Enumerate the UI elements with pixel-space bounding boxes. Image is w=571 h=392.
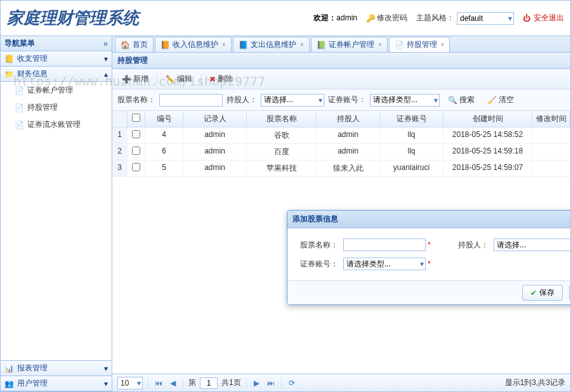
chevron-down-icon: ▾ (508, 14, 512, 23)
select-all-checkbox[interactable] (132, 114, 140, 122)
row-checkbox[interactable] (132, 163, 140, 171)
collapse-left-icon[interactable]: « (103, 39, 108, 48)
table-row[interactable]: 35admin苹果科技猿来入此yuanlairuci2018-05-25 14:… (112, 160, 570, 177)
prev-page-button[interactable]: ◀ (167, 378, 178, 388)
cell-id: 5 (145, 160, 183, 176)
separator (157, 74, 157, 84)
search-icon: 🔍 (448, 96, 457, 105)
page-icon: 📄 (15, 121, 24, 129)
close-icon[interactable]: × (222, 41, 226, 48)
accordion-finance-info[interactable]: 📁财务信息 ▴ (1, 67, 112, 82)
checkbox-cell[interactable] (128, 160, 145, 176)
table-row[interactable]: 26admin百度adminllq2018-05-25 14:59:18 (112, 144, 570, 160)
close-icon[interactable]: × (441, 41, 445, 48)
theme-selector: 主题风格： default ▾ (416, 12, 514, 25)
save-button[interactable]: ✔保存 (522, 285, 563, 301)
row-checkbox[interactable] (132, 147, 140, 155)
users-icon: 👥 (4, 379, 14, 388)
chevron-down-icon: ▾ (137, 379, 141, 388)
sidebar: 导航菜单 « 📒收支管理 ▾ 📁财务信息 ▴ 📄证券帐户管理 📄持股管理 📄证券… (1, 36, 112, 391)
next-page-button[interactable]: ▶ (252, 378, 262, 388)
dlg-account-label: 证券账号： (300, 259, 338, 270)
folder-icon: 📁 (4, 70, 14, 79)
data-grid: 编号 记录人 股票名称 持股人 证券账号 创建时间 修改时间 14admin谷歌… (112, 111, 570, 177)
col-account[interactable]: 证券账号 (380, 111, 443, 127)
col-holder[interactable]: 持股人 (317, 111, 380, 127)
theme-combo[interactable]: default ▾ (457, 12, 514, 25)
logout-link[interactable]: ⏻ 安全退出 (523, 13, 564, 23)
tree-item-securities-flow[interactable]: 📄证券流水账管理 (1, 116, 112, 133)
chevron-down-icon: ▾ (318, 96, 322, 105)
row-checkbox[interactable] (132, 130, 140, 138)
tab-bar: 🏠首页 📙收入信息维护× 📘支出信息维护× 📗证券帐户管理× 📄持股管理× (112, 36, 570, 53)
tab-home[interactable]: 🏠首页 (115, 37, 154, 52)
col-stock-name[interactable]: 股票名称 (247, 111, 317, 127)
checkbox-cell[interactable] (128, 127, 145, 143)
search-button[interactable]: 🔍搜索 (443, 93, 479, 107)
cell-recorder: admin (183, 127, 247, 143)
power-icon: ⏻ (523, 14, 532, 23)
rownum-cell: 3 (112, 160, 128, 176)
stock-name-input[interactable] (159, 94, 223, 107)
checkbox-cell[interactable] (128, 144, 145, 160)
dlg-holder-label: 持股人： (458, 240, 489, 251)
close-icon[interactable]: × (378, 41, 382, 48)
tab-income[interactable]: 📙收入信息维护× (155, 37, 232, 52)
tree-item-holdings[interactable]: 📄持股管理 (1, 99, 112, 116)
clear-button[interactable]: 🧹清空 (483, 93, 518, 107)
cell-account: llq (380, 127, 443, 143)
broom-icon: 🧹 (487, 96, 497, 105)
sidebar-title[interactable]: 导航菜单 « (1, 36, 112, 51)
grid-header: 编号 记录人 股票名称 持股人 证券账号 创建时间 修改时间 (112, 111, 570, 127)
account-combo[interactable]: 请选择类型...▾ (370, 94, 440, 107)
cell-ctime: 2018-05-25 14:59:07 (443, 160, 532, 176)
holder-combo[interactable]: 请选择...▾ (261, 94, 324, 107)
dlg-stock-name-input[interactable] (343, 238, 426, 251)
dlg-account-combo[interactable]: 请选择类型...▾ (343, 258, 426, 270)
tab-holdings[interactable]: 📄持股管理× (389, 37, 450, 52)
chevron-down-icon: ▾ (434, 96, 438, 105)
refresh-button[interactable]: ⟳ (287, 378, 297, 388)
key-icon: 🔑 (366, 14, 375, 23)
tab-expense[interactable]: 📘支出信息维护× (233, 37, 310, 52)
page-icon: 📄 (15, 86, 24, 95)
table-row[interactable]: 14admin谷歌adminllq2018-05-25 14:58:52 (112, 127, 570, 144)
expand-icon: ▾ (104, 364, 108, 373)
file-icon: 📗 (317, 41, 326, 49)
cell-ctime: 2018-05-25 14:59:18 (443, 144, 532, 160)
dlg-holder-combo[interactable]: 请选择...▾ (494, 238, 571, 251)
checkbox-header[interactable] (128, 111, 145, 127)
page-input[interactable] (200, 377, 218, 389)
toolbar: ➕新增 ✏️编辑 ✖删除 (112, 69, 570, 89)
col-recorder[interactable]: 记录人 (183, 111, 247, 127)
change-password-link[interactable]: 🔑 修改密码 (366, 13, 407, 23)
cell-stock: 苹果科技 (247, 160, 317, 176)
file-icon: 📙 (161, 41, 170, 49)
dialog-title[interactable]: 添加股票信息 ✕ (287, 211, 571, 228)
rownum-header (112, 111, 128, 127)
page-size-combo[interactable]: 10▾ (117, 377, 143, 389)
welcome-text: 欢迎：admin (313, 13, 357, 23)
page-icon: 📄 (15, 103, 24, 112)
add-button[interactable]: ➕新增 (117, 72, 153, 86)
required-mark: * (428, 259, 431, 268)
cell-recorder: admin (183, 144, 247, 160)
accordion-users[interactable]: 👥用户管理 ▾ (1, 376, 112, 391)
col-id[interactable]: 编号 (145, 111, 183, 127)
rownum-cell: 2 (112, 144, 128, 160)
close-icon[interactable]: × (300, 41, 304, 48)
col-mtime[interactable]: 修改时间 (532, 111, 570, 127)
tree-item-securities-account[interactable]: 📄证券帐户管理 (1, 82, 112, 99)
first-page-button[interactable]: ⏮ (154, 378, 164, 388)
last-page-button[interactable]: ⏭ (266, 378, 276, 388)
required-mark: * (428, 240, 431, 249)
trash-icon: ✖ (209, 75, 216, 84)
tab-securities-account[interactable]: 📗证券帐户管理× (311, 37, 388, 52)
dlg-stock-name-label: 股票名称： (300, 240, 338, 251)
holder-label: 持股人： (226, 95, 257, 105)
col-ctime[interactable]: 创建时间 (443, 111, 532, 127)
edit-button[interactable]: ✏️编辑 (161, 72, 197, 86)
accordion-income-expense[interactable]: 📒收支管理 ▾ (1, 51, 112, 67)
delete-button[interactable]: ✖删除 (205, 72, 237, 86)
accordion-reports[interactable]: 📊报表管理 ▾ (1, 361, 112, 376)
